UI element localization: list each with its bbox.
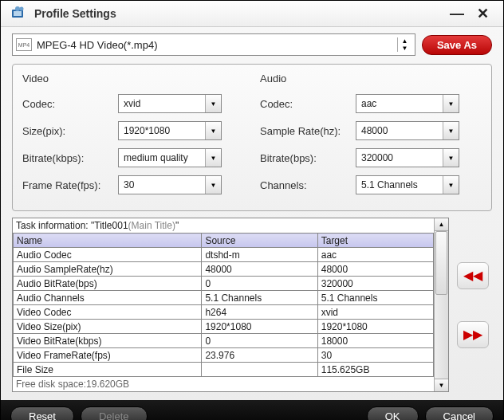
scrollbar[interactable]: ▲ ▼ <box>434 218 448 391</box>
video-size-label: Size(pix): <box>22 125 118 137</box>
prev-button[interactable]: ◀◀ <box>457 262 489 289</box>
free-disk-space: Free disk space:19.620GB <box>13 377 434 391</box>
chevron-down-icon[interactable]: ▼ <box>205 149 221 167</box>
table-row[interactable]: Audio Codecdtshd-maac <box>14 248 434 262</box>
footer: Reset Delete OK Cancel <box>1 400 503 420</box>
nav-buttons: ◀◀ ▶▶ <box>454 218 492 392</box>
table-row[interactable]: Audio Channels5.1 Channels5.1 Channels <box>14 291 434 305</box>
video-codec-select[interactable]: xvid▼ <box>118 94 222 113</box>
audio-bitrate-label: Bitrate(bps): <box>260 152 356 164</box>
audio-channels-label: Channels: <box>260 179 356 191</box>
chevron-down-icon[interactable]: ▼ <box>205 176 221 194</box>
col-target[interactable]: Target <box>317 234 433 248</box>
chevron-down-icon[interactable]: ▼ <box>443 149 459 167</box>
chevron-down-icon[interactable]: ▼ <box>205 95 221 112</box>
profile-format-select[interactable]: MP4 MPEG-4 HD Video(*.mp4) ▲▼ <box>12 33 415 56</box>
profile-format-label: MPEG-4 HD Video(*.mp4) <box>37 39 397 51</box>
table-row[interactable]: Video FrameRate(fps)23.97630 <box>14 348 434 363</box>
svg-rect-3 <box>14 11 22 16</box>
svg-point-2 <box>20 7 24 11</box>
audio-samplerate-label: Sample Rate(hz): <box>260 125 356 137</box>
audio-column: Audio Codec: aac▼ Sample Rate(hz): 48000… <box>260 73 482 202</box>
video-column: Video Codec: xvid▼ Size(pix): 1920*1080▼… <box>22 73 244 202</box>
profile-row: MP4 MPEG-4 HD Video(*.mp4) ▲▼ Save As <box>12 33 492 56</box>
scroll-thumb[interactable] <box>435 231 447 295</box>
window-title: Profile Settings <box>34 7 443 20</box>
video-title: Video <box>22 73 244 84</box>
table-row[interactable]: Audio BitRate(bps)0320000 <box>14 277 434 291</box>
video-bitrate-select[interactable]: medium quality▼ <box>118 148 222 167</box>
task-table: Name Source Target Audio Codecdtshd-maac… <box>13 233 434 377</box>
audio-samplerate-select[interactable]: 48000▼ <box>356 121 459 140</box>
col-name[interactable]: Name <box>14 234 202 248</box>
cancel-button[interactable]: Cancel <box>425 406 494 420</box>
table-row[interactable]: Audio SampleRate(hz)4800048000 <box>14 262 434 277</box>
chevron-down-icon[interactable]: ▼ <box>443 122 459 139</box>
next-button[interactable]: ▶▶ <box>457 321 489 348</box>
chevron-down-icon[interactable]: ▼ <box>205 122 221 139</box>
table-row[interactable]: Video Codech264xvid <box>14 305 434 320</box>
audio-codec-select[interactable]: aac▼ <box>356 94 459 113</box>
svg-point-1 <box>15 6 20 11</box>
table-row[interactable]: File Size115.625GB <box>14 363 434 377</box>
spinner-icon[interactable]: ▲▼ <box>397 37 411 52</box>
table-row[interactable]: Video BitRate(kbps)018000 <box>14 334 434 348</box>
ok-button[interactable]: OK <box>367 406 419 420</box>
close-button[interactable]: ✕ <box>471 5 495 22</box>
task-info: Task information: "Title001(Main Title)" <box>13 218 434 233</box>
audio-bitrate-select[interactable]: 320000▼ <box>356 148 459 167</box>
titlebar: Profile Settings — ✕ <box>1 1 503 27</box>
table-row[interactable]: Video Size(pix)1920*10801920*1080 <box>14 320 434 334</box>
app-icon <box>9 4 28 23</box>
scroll-down-button[interactable]: ▼ <box>435 379 448 391</box>
task-table-container: Task information: "Title001(Main Title)"… <box>12 218 449 392</box>
delete-button[interactable]: Delete <box>81 406 148 420</box>
chevron-down-icon[interactable]: ▼ <box>443 95 459 112</box>
reset-button[interactable]: Reset <box>10 406 74 420</box>
video-framerate-select[interactable]: 30▼ <box>118 175 222 194</box>
video-bitrate-label: Bitrate(kbps): <box>22 152 118 164</box>
minimize-button[interactable]: — <box>443 6 471 22</box>
task-area: Task information: "Title001(Main Title)"… <box>12 218 492 392</box>
save-as-button[interactable]: Save As <box>422 35 492 55</box>
scroll-up-button[interactable]: ▲ <box>435 218 448 231</box>
video-codec-label: Codec: <box>22 98 118 110</box>
audio-codec-label: Codec: <box>260 98 356 110</box>
format-icon: MP4 <box>16 38 32 51</box>
audio-channels-select[interactable]: 5.1 Channels▼ <box>356 175 459 194</box>
settings-panel: Video Codec: xvid▼ Size(pix): 1920*1080▼… <box>12 64 492 211</box>
content-area: MP4 MPEG-4 HD Video(*.mp4) ▲▼ Save As Vi… <box>1 27 503 400</box>
video-size-select[interactable]: 1920*1080▼ <box>118 121 222 140</box>
chevron-down-icon[interactable]: ▼ <box>443 176 459 194</box>
audio-title: Audio <box>260 73 482 84</box>
profile-settings-window: Profile Settings — ✕ MP4 MPEG-4 HD Video… <box>0 0 504 420</box>
scroll-track[interactable] <box>435 231 448 379</box>
col-source[interactable]: Source <box>202 234 317 248</box>
video-framerate-label: Frame Rate(fps): <box>22 179 118 191</box>
